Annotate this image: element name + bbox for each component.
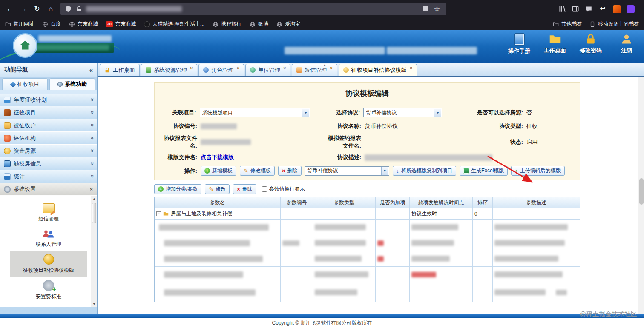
bookmark-item-jdmall[interactable]: 京东商城 — [69, 20, 98, 28]
table-row[interactable] — [155, 235, 580, 251]
bookmark-item-weibo[interactable]: 微博 — [250, 20, 268, 28]
sidebar-tab-system-functions[interactable]: 系统功能 — [49, 78, 95, 90]
bookmark-item-tmall[interactable]: 天猫精选-理想生活上... — [144, 20, 204, 28]
bookmark-label: 天猫精选-理想生活上... — [152, 20, 204, 28]
chevron-down-icon[interactable]: ▼ — [434, 109, 441, 117]
library-icon[interactable] — [558, 5, 566, 13]
manual-button[interactable]: 操作手册 — [506, 33, 532, 55]
table-row-category[interactable]: − 房屋与土地及装修相关补偿 协议生效时 0 — [155, 208, 580, 220]
table-row[interactable] — [155, 220, 580, 235]
delete-param-button[interactable]: × 删除 — [233, 184, 256, 194]
sidebar-menu: 年度征收计划 « 征收项目 « 被征收户 « 评估机构 « 资金房源 « — [0, 94, 97, 196]
submenu-item-compensation-template[interactable]: 征收项目补偿协议模版 — [10, 251, 87, 277]
header-actions: 操作手册 工作桌面 修改密码 注销 — [506, 33, 640, 55]
table-row[interactable] — [155, 251, 580, 267]
work-desktop-button[interactable]: 工作桌面 — [542, 33, 568, 55]
tab-work-desktop[interactable]: 工作桌面 — [100, 64, 140, 76]
mobile-bookmarks[interactable]: 移动设备上的书签 — [589, 20, 639, 28]
scroll-down-icon[interactable]: ▼ — [92, 302, 96, 306]
sidebar-item-assessment-agency[interactable]: 评估机构 « — [0, 132, 97, 145]
tab-compensation-template[interactable]: 征收项目补偿协议模版 × — [339, 64, 417, 76]
sidebar-item-funds-housing[interactable]: 资金房源 « — [0, 145, 97, 157]
url-bar[interactable]: ☆ — [60, 3, 446, 15]
scrollbar-thumb[interactable] — [639, 178, 644, 205]
sidebar-item-statistics[interactable]: 统计 « — [0, 170, 97, 183]
extensions-grid-icon[interactable] — [422, 6, 428, 12]
extension-icon[interactable] — [627, 5, 635, 13]
group-icon — [250, 67, 256, 73]
tab-close-icon[interactable]: × — [410, 66, 412, 71]
bookmark-item-folder[interactable]: 常用网址 — [5, 20, 34, 28]
table-row[interactable] — [155, 282, 580, 302]
submenu-item-sms-management[interactable]: 短信管理 — [10, 200, 87, 225]
copy-template-button[interactable]: ↓ 将所选模版复制到项目 — [393, 166, 457, 176]
tab-close-icon[interactable]: × — [283, 66, 286, 71]
table-row[interactable] — [155, 267, 580, 282]
sidebar-tab-collection-project[interactable]: 征收项目 — [2, 78, 48, 90]
globe-icon — [69, 21, 75, 27]
param-toolbar: + 增加分类/参数 ✎ 修改 × 删除 参数值换行显示 — [154, 184, 580, 194]
edit-param-button[interactable]: ✎ 修改 — [205, 184, 230, 194]
sidebar-item-collection-project[interactable]: 征收项目 « — [0, 106, 97, 119]
undo-arrow-icon[interactable]: ↩ — [598, 4, 607, 14]
lock-icon[interactable] — [75, 6, 82, 12]
agreement-select[interactable]: 货币补偿协议 ▼ — [363, 108, 442, 117]
upload-template-button[interactable]: ↑ 上传编辑后的模版 — [511, 166, 565, 176]
delete-template-button[interactable]: × 删除 — [278, 166, 302, 176]
tab-system-resources[interactable]: 系统资源管理 × — [141, 64, 197, 76]
tab-close-icon[interactable]: × — [236, 66, 239, 71]
screen-icon — [4, 160, 11, 167]
other-bookmarks[interactable]: 其他书签 — [553, 20, 582, 28]
bookmark-item-baidu[interactable]: 百度 — [42, 20, 61, 28]
chat-icon[interactable] — [585, 5, 592, 13]
add-template-button[interactable]: + 新增模板 — [201, 166, 236, 176]
tab-sms-management[interactable]: 短信管理 × — [292, 64, 337, 76]
sidebar-collapse-icon[interactable]: « — [89, 66, 93, 74]
sidebar-item-system-settings[interactable]: 系统设置 « — [0, 183, 97, 196]
redacted-report-filename — [201, 139, 251, 145]
chevron-down-icon[interactable]: ▼ — [381, 167, 388, 175]
tab-label: 征收项目补偿协议模版 — [351, 66, 407, 74]
forward-button[interactable]: → — [17, 3, 30, 15]
scroll-up-icon[interactable]: ▲ — [92, 197, 96, 201]
bookmark-item-ctrip[interactable]: 携程旅行 — [213, 20, 242, 28]
sidebar-item-annual-plan[interactable]: 年度征收计划 « — [0, 94, 97, 106]
scrollbar-thumb[interactable] — [92, 203, 96, 223]
bookmark-star-icon[interactable]: ☆ — [432, 4, 442, 14]
edit-template-button[interactable]: ✎ 修改模板 — [240, 166, 275, 176]
tmall-icon — [144, 21, 150, 27]
reload-button[interactable]: ↻ — [31, 3, 43, 15]
operation-buttons: + 新增模板 ✎ 修改模板 × 删除 货币补偿协议 — [197, 166, 565, 176]
related-project-select[interactable]: 系统模版项目 ▼ — [200, 108, 310, 117]
sidebar-item-touchscreen-info[interactable]: 触摸屏信息 « — [0, 157, 97, 170]
tab-role-management[interactable]: 角色管理 × — [198, 64, 244, 76]
template-download-link[interactable]: 点击下载模版 — [201, 154, 234, 161]
operation-agreement-select[interactable]: 货币补偿协议 ▼ — [305, 166, 389, 176]
chevron-down-icon[interactable]: ▼ — [302, 109, 309, 117]
submenu-scrollbar[interactable]: ▲ ▼ — [91, 196, 97, 307]
collapse-handle-icon[interactable]: ▲ — [323, 63, 327, 67]
add-category-button[interactable]: + 增加分类/参数 — [154, 184, 201, 194]
submenu-item-settlement-fee[interactable]: + 安置费标准 — [10, 277, 87, 303]
submenu-item-contact-management[interactable]: 联系人管理 — [10, 225, 87, 251]
sidebar-item-collected-households[interactable]: 被征收户 « — [0, 119, 97, 132]
burp-extension-icon[interactable] — [613, 5, 621, 13]
home-button[interactable]: ⌂ — [44, 3, 57, 15]
bookmark-item-aitaobao[interactable]: 爱淘宝 — [276, 20, 300, 28]
content-scrollbar[interactable] — [638, 77, 644, 314]
back-button[interactable]: ← — [3, 3, 16, 15]
sidebar-toggle-icon[interactable] — [572, 5, 579, 13]
sidebar-item-label: 系统设置 — [14, 185, 36, 193]
folder-icon — [5, 21, 11, 27]
bookmark-item-jd[interactable]: JD 京东商城 — [106, 20, 136, 28]
tab-close-icon[interactable]: × — [330, 66, 332, 71]
gear-icon — [4, 186, 11, 193]
tab-close-icon[interactable]: × — [190, 66, 193, 71]
change-password-button[interactable]: 修改密码 — [578, 33, 604, 55]
shield-icon[interactable] — [65, 6, 72, 12]
wrap-checkbox[interactable] — [262, 186, 267, 192]
tab-unit-management[interactable]: 单位管理 × — [245, 64, 290, 76]
collapse-node-icon[interactable]: − — [156, 211, 161, 216]
generate-excel-button[interactable]: 生成Excel模版 — [460, 166, 508, 176]
logout-button[interactable]: 注销 — [613, 33, 640, 55]
